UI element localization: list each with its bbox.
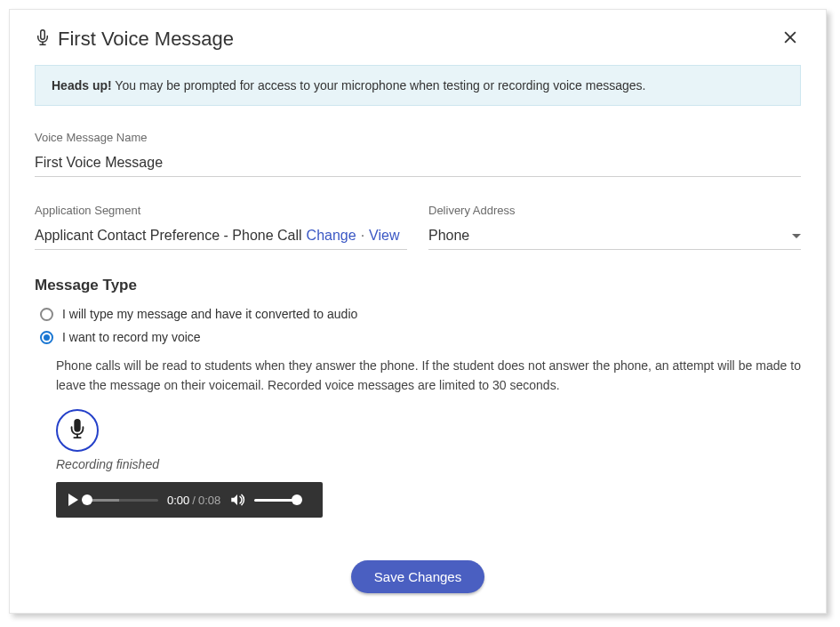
delivery-group: Delivery Address Phone xyxy=(428,204,801,250)
close-button[interactable] xyxy=(780,28,801,50)
message-type-option-text-to-audio[interactable]: I will type my message and have it conve… xyxy=(40,307,801,321)
title-wrap: First Voice Message xyxy=(35,28,234,51)
segment-group: Application Segment Applicant Contact Pr… xyxy=(35,204,407,250)
segment-display: Applicant Contact Preference - Phone Cal… xyxy=(35,224,407,250)
voice-message-modal: First Voice Message Heads up! You may be… xyxy=(9,9,827,614)
message-type-option-record-voice[interactable]: I want to record my voice xyxy=(40,330,801,344)
save-changes-button[interactable]: Save Changes xyxy=(351,560,484,593)
time-slash: / xyxy=(192,494,196,507)
time-current: 0:00 xyxy=(167,494,189,507)
recording-status: Recording finished xyxy=(56,457,801,471)
radio-icon xyxy=(40,308,53,321)
delivery-value: Phone xyxy=(428,228,469,244)
volume-icon[interactable] xyxy=(229,492,245,508)
radio-label: I want to record my voice xyxy=(62,330,201,344)
voice-name-input[interactable] xyxy=(35,151,801,177)
record-section: Recording finished 0:00 / 0:08 xyxy=(56,409,801,518)
radio-icon xyxy=(40,331,53,344)
chevron-down-icon xyxy=(792,234,801,238)
seek-thumb xyxy=(82,494,92,505)
time-display: 0:00 / 0:08 xyxy=(167,494,220,507)
volume-thumb xyxy=(292,494,302,505)
segment-separator: · xyxy=(361,228,364,244)
voice-name-group: Voice Message Name xyxy=(35,131,801,177)
volume-slider[interactable] xyxy=(254,499,297,502)
heads-up-alert: Heads up! You may be prompted for access… xyxy=(35,65,801,106)
modal-footer: Save Changes xyxy=(10,560,826,593)
message-type-radio-group: I will type my message and have it conve… xyxy=(40,307,801,344)
alert-text: You may be prompted for access to your m… xyxy=(112,78,646,92)
segment-label: Application Segment xyxy=(35,204,407,217)
radio-label: I will type my message and have it conve… xyxy=(62,307,357,321)
voice-name-label: Voice Message Name xyxy=(35,131,801,144)
modal-title: First Voice Message xyxy=(58,28,234,51)
segment-value: Applicant Contact Preference - Phone Cal… xyxy=(35,228,302,244)
audio-player: 0:00 / 0:08 xyxy=(56,482,323,518)
delivery-select[interactable]: Phone xyxy=(428,224,801,250)
seek-slider[interactable] xyxy=(87,499,158,502)
microphone-icon xyxy=(35,29,51,49)
modal-header: First Voice Message xyxy=(35,10,801,65)
delivery-label: Delivery Address xyxy=(428,204,801,217)
segment-change-link[interactable]: Change xyxy=(307,228,356,244)
record-button[interactable] xyxy=(56,409,99,452)
alert-prefix: Heads up! xyxy=(52,78,112,92)
time-total: 0:08 xyxy=(198,494,220,507)
close-icon xyxy=(781,28,799,50)
segment-view-link[interactable]: View xyxy=(369,228,399,244)
play-button[interactable] xyxy=(68,494,78,506)
microphone-icon xyxy=(68,419,87,442)
message-type-helper: Phone calls will be read to students whe… xyxy=(56,357,801,395)
message-type-heading: Message Type xyxy=(35,277,801,294)
